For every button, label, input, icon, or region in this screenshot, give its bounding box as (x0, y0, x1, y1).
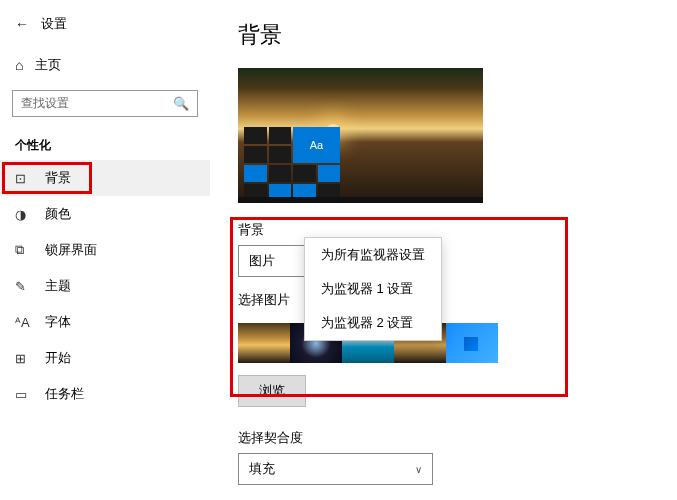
colors-icon: ◑ (15, 207, 33, 222)
search-placeholder: 查找设置 (21, 95, 69, 112)
sidebar-item-label: 背景 (45, 169, 71, 187)
home-icon: ⌂ (15, 57, 23, 73)
sidebar-item-fonts[interactable]: ᴬA 字体 (0, 304, 210, 340)
background-preview: Aa (238, 68, 483, 203)
dropdown-value: 填充 (249, 460, 275, 478)
sidebar-item-lockscreen[interactable]: ⧉ 锁屏界面 (0, 232, 210, 268)
fonts-icon: ᴬA (15, 315, 33, 330)
chevron-down-icon: ∨ (415, 464, 422, 475)
dropdown-value: 图片 (249, 252, 275, 270)
sidebar-item-label: 主题 (45, 277, 71, 295)
sidebar-item-label: 开始 (45, 349, 71, 367)
themes-icon: ✎ (15, 279, 33, 294)
background-icon: ⊡ (15, 171, 33, 186)
thumbnail-5[interactable] (446, 323, 498, 363)
sidebar-item-start[interactable]: ⊞ 开始 (0, 340, 210, 376)
fit-dropdown[interactable]: 填充 ∨ (238, 453, 433, 485)
menu-set-monitor-1[interactable]: 为监视器 1 设置 (305, 272, 441, 306)
sidebar-item-label: 字体 (45, 313, 71, 331)
background-label: 背景 (238, 221, 649, 239)
window-title: 设置 (41, 15, 67, 33)
menu-set-all-monitors[interactable]: 为所有监视器设置 (305, 238, 441, 272)
monitor-context-menu: 为所有监视器设置 为监视器 1 设置 为监视器 2 设置 (304, 237, 442, 341)
sidebar-item-label: 锁屏界面 (45, 241, 97, 259)
sidebar-item-label: 颜色 (45, 205, 71, 223)
page-title: 背景 (238, 20, 649, 50)
taskbar-icon: ▭ (15, 387, 33, 402)
home-link[interactable]: ⌂ 主页 (0, 48, 210, 82)
search-icon: 🔍 (173, 96, 189, 111)
thumbnail-1[interactable] (238, 323, 290, 363)
back-button[interactable]: ← (15, 16, 29, 32)
preview-aa-tile: Aa (293, 127, 340, 163)
sidebar-item-taskbar[interactable]: ▭ 任务栏 (0, 376, 210, 412)
search-input[interactable]: 查找设置 🔍 (12, 90, 198, 117)
lockscreen-icon: ⧉ (15, 242, 33, 258)
home-label: 主页 (35, 56, 61, 74)
sidebar-item-label: 任务栏 (45, 385, 84, 403)
sidebar-item-colors[interactable]: ◑ 颜色 (0, 196, 210, 232)
fit-label: 选择契合度 (238, 429, 649, 447)
sidebar-item-background[interactable]: ⊡ 背景 (0, 160, 210, 196)
menu-set-monitor-2[interactable]: 为监视器 2 设置 (305, 306, 441, 340)
start-icon: ⊞ (15, 351, 33, 366)
browse-button[interactable]: 浏览 (238, 375, 306, 407)
thumbnail-row (238, 323, 649, 363)
sidebar-item-themes[interactable]: ✎ 主题 (0, 268, 210, 304)
choose-picture-label: 选择图片 (238, 291, 649, 309)
section-label: 个性化 (0, 125, 210, 160)
